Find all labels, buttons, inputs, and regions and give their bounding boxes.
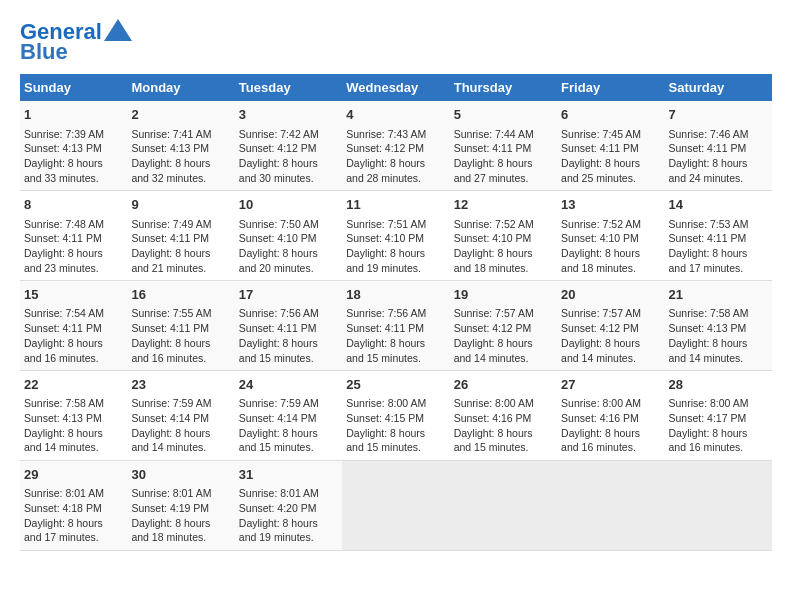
day-info: Sunrise: 7:59 AMSunset: 4:14 PMDaylight:… bbox=[131, 396, 230, 455]
calendar-cell: 21Sunrise: 7:58 AMSunset: 4:13 PMDayligh… bbox=[665, 281, 772, 371]
day-info: Sunrise: 7:48 AMSunset: 4:11 PMDaylight:… bbox=[24, 217, 123, 276]
day-info: Sunrise: 7:52 AMSunset: 4:10 PMDaylight:… bbox=[454, 217, 553, 276]
calendar-week-row: 15Sunrise: 7:54 AMSunset: 4:11 PMDayligh… bbox=[20, 281, 772, 371]
day-number: 26 bbox=[454, 376, 553, 394]
day-info: Sunrise: 7:42 AMSunset: 4:12 PMDaylight:… bbox=[239, 127, 338, 186]
day-info: Sunrise: 8:01 AMSunset: 4:18 PMDaylight:… bbox=[24, 486, 123, 545]
day-info: Sunrise: 7:57 AMSunset: 4:12 PMDaylight:… bbox=[561, 306, 660, 365]
day-number: 2 bbox=[131, 106, 230, 124]
calendar-table: SundayMondayTuesdayWednesdayThursdayFrid… bbox=[20, 74, 772, 551]
day-info: Sunrise: 7:58 AMSunset: 4:13 PMDaylight:… bbox=[24, 396, 123, 455]
calendar-cell: 14Sunrise: 7:53 AMSunset: 4:11 PMDayligh… bbox=[665, 191, 772, 281]
day-number: 25 bbox=[346, 376, 445, 394]
day-info: Sunrise: 7:43 AMSunset: 4:12 PMDaylight:… bbox=[346, 127, 445, 186]
calendar-cell bbox=[665, 461, 772, 551]
calendar-cell: 30Sunrise: 8:01 AMSunset: 4:19 PMDayligh… bbox=[127, 461, 234, 551]
day-number: 16 bbox=[131, 286, 230, 304]
day-number: 30 bbox=[131, 466, 230, 484]
calendar-cell: 29Sunrise: 8:01 AMSunset: 4:18 PMDayligh… bbox=[20, 461, 127, 551]
calendar-cell: 18Sunrise: 7:56 AMSunset: 4:11 PMDayligh… bbox=[342, 281, 449, 371]
col-header-monday: Monday bbox=[127, 74, 234, 101]
day-number: 5 bbox=[454, 106, 553, 124]
calendar-cell: 28Sunrise: 8:00 AMSunset: 4:17 PMDayligh… bbox=[665, 371, 772, 461]
calendar-header-row: SundayMondayTuesdayWednesdayThursdayFrid… bbox=[20, 74, 772, 101]
day-info: Sunrise: 7:54 AMSunset: 4:11 PMDaylight:… bbox=[24, 306, 123, 365]
day-number: 7 bbox=[669, 106, 768, 124]
calendar-cell: 25Sunrise: 8:00 AMSunset: 4:15 PMDayligh… bbox=[342, 371, 449, 461]
calendar-week-row: 8Sunrise: 7:48 AMSunset: 4:11 PMDaylight… bbox=[20, 191, 772, 281]
day-number: 19 bbox=[454, 286, 553, 304]
day-info: Sunrise: 8:00 AMSunset: 4:16 PMDaylight:… bbox=[454, 396, 553, 455]
calendar-cell: 5Sunrise: 7:44 AMSunset: 4:11 PMDaylight… bbox=[450, 101, 557, 190]
day-number: 6 bbox=[561, 106, 660, 124]
calendar-cell: 6Sunrise: 7:45 AMSunset: 4:11 PMDaylight… bbox=[557, 101, 664, 190]
calendar-cell bbox=[450, 461, 557, 551]
day-info: Sunrise: 7:45 AMSunset: 4:11 PMDaylight:… bbox=[561, 127, 660, 186]
calendar-cell: 23Sunrise: 7:59 AMSunset: 4:14 PMDayligh… bbox=[127, 371, 234, 461]
day-info: Sunrise: 7:50 AMSunset: 4:10 PMDaylight:… bbox=[239, 217, 338, 276]
day-number: 9 bbox=[131, 196, 230, 214]
logo-blue-text: Blue bbox=[20, 40, 68, 64]
day-number: 15 bbox=[24, 286, 123, 304]
col-header-tuesday: Tuesday bbox=[235, 74, 342, 101]
calendar-cell: 31Sunrise: 8:01 AMSunset: 4:20 PMDayligh… bbox=[235, 461, 342, 551]
day-info: Sunrise: 7:58 AMSunset: 4:13 PMDaylight:… bbox=[669, 306, 768, 365]
col-header-wednesday: Wednesday bbox=[342, 74, 449, 101]
day-info: Sunrise: 7:51 AMSunset: 4:10 PMDaylight:… bbox=[346, 217, 445, 276]
calendar-cell: 9Sunrise: 7:49 AMSunset: 4:11 PMDaylight… bbox=[127, 191, 234, 281]
calendar-cell: 13Sunrise: 7:52 AMSunset: 4:10 PMDayligh… bbox=[557, 191, 664, 281]
calendar-cell: 4Sunrise: 7:43 AMSunset: 4:12 PMDaylight… bbox=[342, 101, 449, 190]
svg-marker-0 bbox=[104, 19, 132, 41]
col-header-saturday: Saturday bbox=[665, 74, 772, 101]
day-number: 29 bbox=[24, 466, 123, 484]
calendar-cell: 19Sunrise: 7:57 AMSunset: 4:12 PMDayligh… bbox=[450, 281, 557, 371]
day-info: Sunrise: 7:41 AMSunset: 4:13 PMDaylight:… bbox=[131, 127, 230, 186]
day-number: 27 bbox=[561, 376, 660, 394]
day-number: 14 bbox=[669, 196, 768, 214]
day-number: 13 bbox=[561, 196, 660, 214]
col-header-thursday: Thursday bbox=[450, 74, 557, 101]
day-number: 10 bbox=[239, 196, 338, 214]
calendar-cell: 22Sunrise: 7:58 AMSunset: 4:13 PMDayligh… bbox=[20, 371, 127, 461]
day-info: Sunrise: 7:46 AMSunset: 4:11 PMDaylight:… bbox=[669, 127, 768, 186]
calendar-cell: 2Sunrise: 7:41 AMSunset: 4:13 PMDaylight… bbox=[127, 101, 234, 190]
day-info: Sunrise: 8:01 AMSunset: 4:19 PMDaylight:… bbox=[131, 486, 230, 545]
day-info: Sunrise: 7:39 AMSunset: 4:13 PMDaylight:… bbox=[24, 127, 123, 186]
day-info: Sunrise: 8:01 AMSunset: 4:20 PMDaylight:… bbox=[239, 486, 338, 545]
day-number: 24 bbox=[239, 376, 338, 394]
day-number: 21 bbox=[669, 286, 768, 304]
day-info: Sunrise: 7:56 AMSunset: 4:11 PMDaylight:… bbox=[346, 306, 445, 365]
day-info: Sunrise: 7:56 AMSunset: 4:11 PMDaylight:… bbox=[239, 306, 338, 365]
col-header-sunday: Sunday bbox=[20, 74, 127, 101]
calendar-cell: 20Sunrise: 7:57 AMSunset: 4:12 PMDayligh… bbox=[557, 281, 664, 371]
day-number: 8 bbox=[24, 196, 123, 214]
calendar-cell: 10Sunrise: 7:50 AMSunset: 4:10 PMDayligh… bbox=[235, 191, 342, 281]
calendar-cell bbox=[342, 461, 449, 551]
day-number: 12 bbox=[454, 196, 553, 214]
calendar-cell: 11Sunrise: 7:51 AMSunset: 4:10 PMDayligh… bbox=[342, 191, 449, 281]
logo-icon bbox=[104, 19, 132, 41]
day-info: Sunrise: 7:44 AMSunset: 4:11 PMDaylight:… bbox=[454, 127, 553, 186]
calendar-cell: 26Sunrise: 8:00 AMSunset: 4:16 PMDayligh… bbox=[450, 371, 557, 461]
day-info: Sunrise: 8:00 AMSunset: 4:17 PMDaylight:… bbox=[669, 396, 768, 455]
calendar-cell: 17Sunrise: 7:56 AMSunset: 4:11 PMDayligh… bbox=[235, 281, 342, 371]
day-number: 4 bbox=[346, 106, 445, 124]
day-number: 18 bbox=[346, 286, 445, 304]
col-header-friday: Friday bbox=[557, 74, 664, 101]
calendar-cell: 3Sunrise: 7:42 AMSunset: 4:12 PMDaylight… bbox=[235, 101, 342, 190]
day-info: Sunrise: 8:00 AMSunset: 4:16 PMDaylight:… bbox=[561, 396, 660, 455]
calendar-week-row: 29Sunrise: 8:01 AMSunset: 4:18 PMDayligh… bbox=[20, 461, 772, 551]
calendar-cell: 15Sunrise: 7:54 AMSunset: 4:11 PMDayligh… bbox=[20, 281, 127, 371]
day-number: 22 bbox=[24, 376, 123, 394]
calendar-cell: 1Sunrise: 7:39 AMSunset: 4:13 PMDaylight… bbox=[20, 101, 127, 190]
day-info: Sunrise: 7:49 AMSunset: 4:11 PMDaylight:… bbox=[131, 217, 230, 276]
day-info: Sunrise: 7:53 AMSunset: 4:11 PMDaylight:… bbox=[669, 217, 768, 276]
day-info: Sunrise: 8:00 AMSunset: 4:15 PMDaylight:… bbox=[346, 396, 445, 455]
day-info: Sunrise: 7:57 AMSunset: 4:12 PMDaylight:… bbox=[454, 306, 553, 365]
day-number: 20 bbox=[561, 286, 660, 304]
calendar-week-row: 22Sunrise: 7:58 AMSunset: 4:13 PMDayligh… bbox=[20, 371, 772, 461]
day-info: Sunrise: 7:59 AMSunset: 4:14 PMDaylight:… bbox=[239, 396, 338, 455]
day-number: 17 bbox=[239, 286, 338, 304]
calendar-cell bbox=[557, 461, 664, 551]
calendar-cell: 16Sunrise: 7:55 AMSunset: 4:11 PMDayligh… bbox=[127, 281, 234, 371]
